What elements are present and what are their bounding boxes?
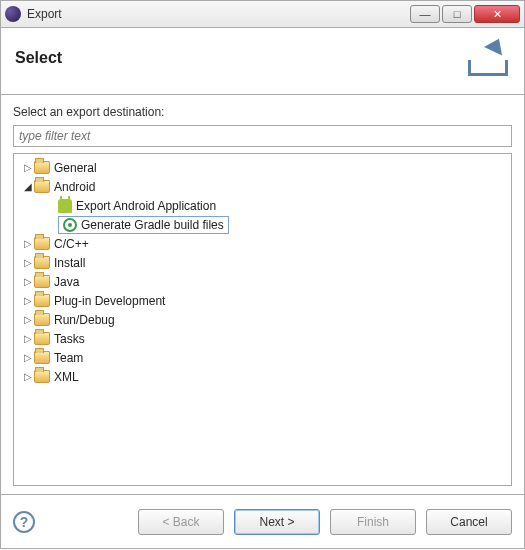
expand-icon[interactable]: ▷ [22,162,34,173]
tree-label: Team [54,351,83,365]
tree-label: XML [54,370,79,384]
window-controls: — □ ✕ [410,5,520,23]
folder-icon [34,237,50,250]
tree-label: Java [54,275,79,289]
folder-icon [34,294,50,307]
tree-label: Export Android Application [76,199,216,213]
tree-item-install[interactable]: ▷ Install [18,253,507,272]
tree-item-android[interactable]: ◢ Android [18,177,507,196]
folder-icon [34,332,50,345]
wizard-tree[interactable]: ▷ General ◢ Android Export Android Appli… [13,153,512,486]
tree-item-generate-gradle[interactable]: Generate Gradle build files [54,215,507,234]
tree-item-run-debug[interactable]: ▷ Run/Debug [18,310,507,329]
android-icon [58,199,72,213]
finish-button[interactable]: Finish [330,509,416,535]
expand-icon[interactable]: ▷ [22,314,34,325]
tree-item-general[interactable]: ▷ General [18,158,507,177]
tree-label: Tasks [54,332,85,346]
tree-item-tasks[interactable]: ▷ Tasks [18,329,507,348]
titlebar: Export — □ ✕ [0,0,525,28]
expand-icon[interactable]: ▷ [22,276,34,287]
expand-icon[interactable]: ▷ [22,257,34,268]
tree-item-plugin-dev[interactable]: ▷ Plug-in Development [18,291,507,310]
back-button[interactable]: < Back [138,509,224,535]
expand-icon[interactable]: ▷ [22,295,34,306]
folder-icon [34,351,50,364]
minimize-button[interactable]: — [410,5,440,23]
tree-item-java[interactable]: ▷ Java [18,272,507,291]
cancel-button[interactable]: Cancel [426,509,512,535]
maximize-button[interactable]: □ [442,5,472,23]
content-area: Select an export destination: ▷ General … [0,95,525,495]
tree-label: General [54,161,97,175]
page-title: Select [15,49,62,67]
folder-icon [34,275,50,288]
tree-item-export-android-app[interactable]: Export Android Application [54,196,507,215]
prompt-label: Select an export destination: [13,105,512,119]
expand-icon[interactable]: ▷ [22,238,34,249]
folder-icon [34,313,50,326]
tree-label: Generate Gradle build files [81,218,224,232]
folder-icon [34,161,50,174]
collapse-icon[interactable]: ◢ [22,181,34,192]
close-button[interactable]: ✕ [474,5,520,23]
tree-label: C/C++ [54,237,89,251]
dialog-header: Select [0,28,525,95]
next-button[interactable]: Next > [234,509,320,535]
button-bar: ? < Back Next > Finish Cancel [0,495,525,549]
help-icon[interactable]: ? [13,511,35,533]
expand-icon[interactable]: ▷ [22,371,34,382]
expand-icon[interactable]: ▷ [22,352,34,363]
window-title: Export [27,7,410,21]
tree-label: Install [54,256,85,270]
folder-icon [34,180,50,193]
gradle-icon [63,218,77,232]
export-icon [466,38,510,78]
folder-icon [34,370,50,383]
tree-label: Android [54,180,95,194]
folder-icon [34,256,50,269]
tree-label: Run/Debug [54,313,115,327]
tree-label: Plug-in Development [54,294,165,308]
tree-item-xml[interactable]: ▷ XML [18,367,507,386]
filter-input[interactable] [13,125,512,147]
eclipse-icon [5,6,21,22]
tree-item-team[interactable]: ▷ Team [18,348,507,367]
tree-item-ccpp[interactable]: ▷ C/C++ [18,234,507,253]
expand-icon[interactable]: ▷ [22,333,34,344]
